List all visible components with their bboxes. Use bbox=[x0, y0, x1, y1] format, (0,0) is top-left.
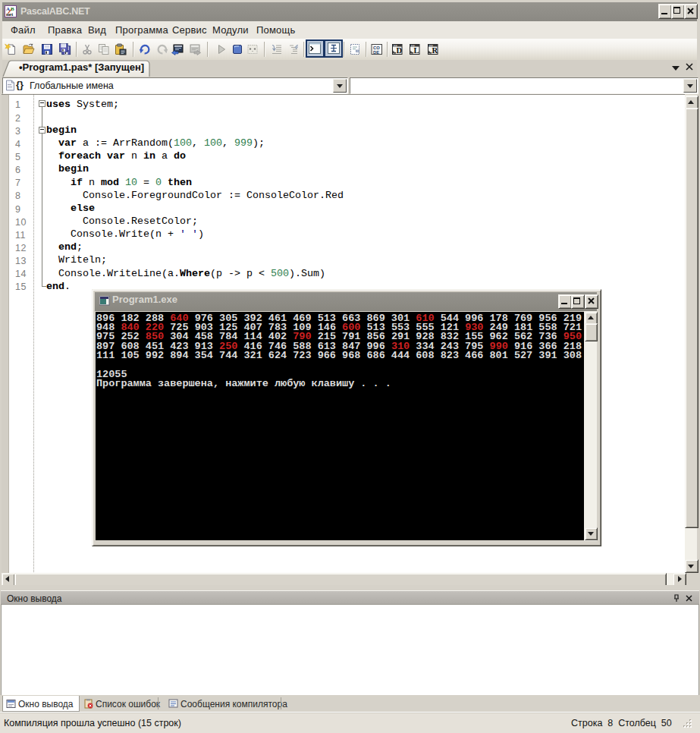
svg-text:net: net bbox=[6, 11, 14, 17]
svg-text:DE: DE bbox=[373, 50, 379, 55]
svg-text:D: D bbox=[397, 46, 403, 55]
svg-text:L: L bbox=[414, 46, 419, 55]
svg-text:R: R bbox=[432, 46, 438, 55]
